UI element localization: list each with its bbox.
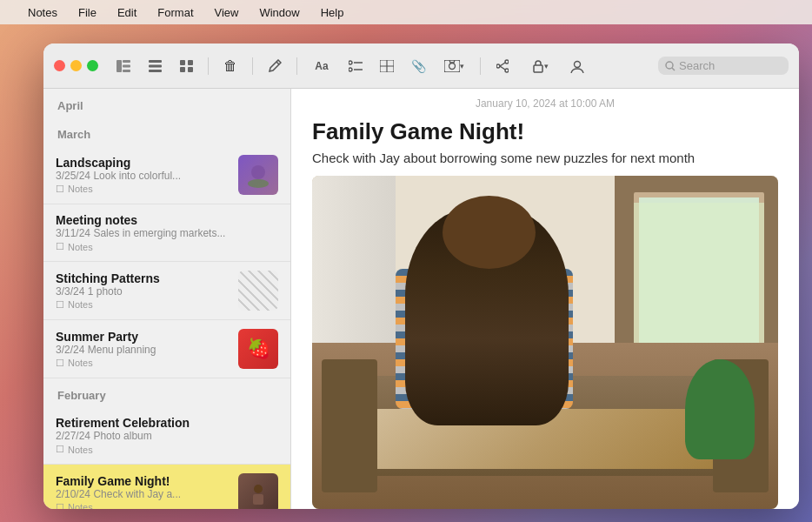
note-item-landscaping[interactable]: Landscaping 3/25/24 Look into colorful..…	[43, 146, 290, 204]
separator-4	[480, 57, 481, 75]
svg-point-21	[505, 69, 509, 72]
note-text-stitching: Stitching Patterns 3/3/24 1 photo ☐Notes	[56, 271, 230, 311]
note-image	[312, 176, 778, 509]
menu-help[interactable]: Help	[317, 4, 348, 21]
menu-file[interactable]: File	[75, 4, 100, 21]
note-item-family-game-night[interactable]: Family Game Night! 2/10/24 Check with Ja…	[43, 465, 290, 509]
note-title: Landscaping	[56, 156, 230, 170]
svg-point-20	[505, 60, 509, 64]
section-march: March	[43, 117, 290, 146]
note-thumbnail-stitching	[238, 271, 278, 311]
menu-window[interactable]: Window	[256, 4, 303, 21]
photo-figure-head	[443, 196, 536, 269]
note-title: Retirement Celebration	[56, 416, 278, 430]
share-button[interactable]	[489, 54, 516, 78]
svg-rect-32	[253, 494, 263, 505]
table-button[interactable]	[374, 54, 400, 78]
photo-button[interactable]: ▾	[436, 54, 471, 78]
note-editor-body[interactable]: Check with Jay about borrowing some new …	[291, 151, 799, 176]
menu-notes[interactable]: Notes	[24, 4, 61, 21]
note-editor-title[interactable]: Family Game Night!	[291, 118, 799, 151]
menubar: Notes File Edit Format View Window Help	[0, 0, 812, 24]
lock-button[interactable]: ▾	[521, 54, 559, 78]
note-editor[interactable]: January 10, 2024 at 10:00 AM Family Game…	[291, 89, 799, 509]
section-february: February	[43, 378, 290, 407]
section-april: April	[43, 89, 290, 117]
svg-rect-1	[123, 60, 130, 63]
delete-button[interactable]: 🗑	[217, 54, 243, 78]
photo-chair-left	[322, 359, 377, 492]
svg-line-24	[500, 66, 505, 70]
note-meta: 3/25/24 Look into colorful...	[56, 170, 230, 182]
photo-scene	[312, 176, 778, 509]
minimize-button[interactable]	[70, 60, 82, 71]
note-meta: 3/11/24 Sales in emerging markets...	[56, 227, 278, 239]
note-footer: ☐Notes	[56, 358, 230, 369]
svg-rect-6	[149, 70, 162, 72]
note-title: Family Game Night!	[56, 474, 230, 488]
checklist-button[interactable]	[343, 54, 369, 78]
svg-line-28	[672, 68, 675, 70]
note-meta: 3/3/24 1 photo	[56, 285, 230, 298]
svg-point-27	[666, 62, 673, 69]
note-item-retirement[interactable]: Retirement Celebration 2/27/24 Photo alb…	[43, 407, 290, 465]
note-meta: 2/27/24 Photo album	[56, 430, 278, 442]
note-text-landscaping: Landscaping 3/25/24 Look into colorful..…	[56, 156, 230, 195]
note-item-stitching-patterns[interactable]: Stitching Patterns 3/3/24 1 photo ☐Notes	[43, 262, 290, 320]
svg-rect-18	[444, 60, 460, 72]
attachment-button[interactable]: 📎	[405, 54, 431, 78]
svg-rect-10	[188, 67, 193, 72]
sidebar: April March Landscaping 3/25/24 Look int…	[43, 89, 291, 509]
svg-point-19	[449, 63, 455, 69]
note-footer: ☐Notes	[56, 241, 278, 252]
note-footer: ☐Notes	[56, 502, 230, 510]
svg-rect-4	[149, 60, 162, 63]
svg-point-22	[496, 64, 500, 68]
note-thumbnail-landscaping	[238, 155, 278, 195]
text-format-button[interactable]: Aa	[306, 54, 337, 78]
svg-point-31	[254, 485, 263, 493]
svg-rect-2	[123, 64, 130, 67]
search-box[interactable]	[658, 57, 789, 75]
note-item-summer-party[interactable]: Summer Party 3/2/24 Menu planning ☐Notes…	[43, 320, 290, 378]
svg-line-23	[500, 63, 505, 66]
note-title: Summer Party	[56, 330, 230, 344]
note-text-meeting: Meeting notes 3/11/24 Sales in emerging …	[56, 213, 278, 252]
note-title: Stitching Patterns	[56, 271, 230, 285]
svg-rect-3	[123, 70, 130, 72]
photo-plant	[685, 359, 755, 459]
note-thumbnail-family	[238, 473, 278, 509]
menu-view[interactable]: View	[211, 4, 243, 21]
menu-edit[interactable]: Edit	[114, 4, 140, 21]
profile-button[interactable]	[564, 54, 590, 78]
svg-point-29	[251, 165, 265, 179]
close-button[interactable]	[54, 60, 65, 71]
svg-rect-5	[149, 64, 162, 67]
note-thumbnail-party: 🍓	[238, 329, 278, 369]
svg-point-26	[575, 61, 581, 67]
note-item-meeting-notes[interactable]: Meeting notes 3/11/24 Sales in emerging …	[43, 204, 290, 262]
sidebar-toggle-button[interactable]	[110, 54, 136, 78]
separator-3	[296, 57, 297, 75]
svg-rect-8	[188, 60, 193, 65]
svg-point-13	[349, 68, 352, 71]
note-meta: 3/2/24 Menu planning	[56, 344, 230, 356]
search-input[interactable]	[679, 59, 775, 72]
note-footer: ☐Notes	[56, 184, 230, 195]
search-icon	[665, 61, 676, 71]
note-text-retirement: Retirement Celebration 2/27/24 Photo alb…	[56, 416, 278, 455]
note-text-family: Family Game Night! 2/10/24 Check with Ja…	[56, 474, 230, 510]
maximize-button[interactable]	[87, 60, 98, 71]
toolbar: 🗑 Aa 📎 ▾ ▾	[43, 44, 799, 89]
separator-1	[208, 57, 209, 75]
separator-2	[252, 57, 253, 75]
note-meta: 2/10/24 Check with Jay a...	[56, 488, 230, 500]
gallery-view-button[interactable]	[173, 54, 199, 78]
main-window: 🗑 Aa 📎 ▾ ▾	[43, 44, 799, 509]
svg-rect-9	[180, 67, 185, 72]
menu-format[interactable]: Format	[154, 4, 196, 21]
compose-button[interactable]	[262, 54, 288, 78]
note-footer: ☐Notes	[56, 299, 230, 311]
photo-curtain	[312, 176, 396, 359]
list-view-button[interactable]	[142, 54, 168, 78]
